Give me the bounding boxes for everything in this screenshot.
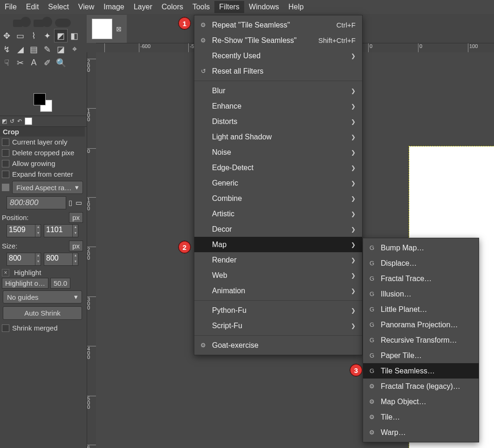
annotation-badge-1: 1	[178, 17, 191, 30]
close-image-icon[interactable]: ⊠	[116, 25, 122, 33]
filters-goat[interactable]: ⚙Goat-exercise	[194, 338, 362, 353]
tool-path[interactable]: ✂	[14, 56, 27, 69]
map-submenu: GBump Map… GDisplace… GFractal Trace… GI…	[363, 238, 479, 442]
opt-expand-from-center[interactable]: Expand from center	[0, 169, 85, 179]
map-warp[interactable]: ⚙Warp…	[363, 425, 479, 440]
opt-allow-growing[interactable]: Allow growing	[0, 158, 85, 169]
menu-filters[interactable]: Filters	[214, 1, 244, 13]
filters-combine[interactable]: Combine❯	[194, 191, 362, 206]
tool-color-picker[interactable]: ✐	[41, 56, 54, 69]
filters-enhance[interactable]: Enhance❯	[194, 98, 362, 114]
map-paper-tile[interactable]: GPaper Tile…	[363, 348, 479, 363]
filters-decor[interactable]: Decor❯	[194, 221, 362, 237]
filters-reshow[interactable]: ⚙Re-Show "Tile Seamless"Shift+Ctrl+F	[194, 33, 362, 48]
menu-file[interactable]: File	[0, 1, 21, 13]
highlight-mode[interactable]: Highlight o…	[2, 278, 48, 289]
position-unit[interactable]: px	[69, 212, 83, 223]
filters-animation[interactable]: Animation❯	[194, 283, 362, 298]
vertical-ruler[interactable]: 2001000100200300400500600	[87, 52, 97, 448]
map-fractal[interactable]: GFractal Trace…	[363, 271, 479, 286]
guides-dropdown[interactable]: No guides▾	[3, 290, 82, 303]
aspect-ratio-input[interactable]: 800:800	[7, 196, 66, 209]
opt-delete-cropped[interactable]: Delete cropped pixe	[0, 147, 85, 158]
map-little-planet[interactable]: GLittle Planet…	[363, 302, 479, 317]
menu-image[interactable]: Image	[99, 1, 129, 13]
fixed-aspect-dropdown[interactable]: Fixed Aspect ra…▾	[12, 181, 83, 194]
wilber-logo	[0, 15, 84, 27]
opt-shrink-merged[interactable]: Shrink merged	[0, 323, 85, 333]
tool-brush[interactable]: ✎	[41, 42, 54, 56]
map-tile-seamless[interactable]: GTile Seamless…	[363, 363, 479, 379]
auto-shrink-button[interactable]: Auto Shrink	[3, 306, 82, 320]
highlight-opacity[interactable]: 50.0	[50, 278, 70, 289]
tab-options-icon[interactable]: ◩	[2, 118, 7, 124]
filters-blur[interactable]: Blur❯	[194, 83, 362, 98]
menu-windows[interactable]: Windows	[244, 1, 284, 13]
tool-fuzzy-select[interactable]: ✦	[41, 29, 54, 42]
filters-web[interactable]: Web❯	[194, 268, 362, 283]
tool-crop[interactable]: ◩	[54, 29, 68, 42]
map-recursive[interactable]: GRecursive Transform…	[363, 332, 479, 348]
opt-current-layer-only[interactable]: Current layer only	[0, 137, 85, 147]
size-unit[interactable]: px	[69, 241, 83, 251]
filters-edge[interactable]: Edge-Detect❯	[194, 160, 362, 175]
highlight-expander-icon[interactable]: ×	[2, 269, 9, 276]
tool-text[interactable]: A	[27, 56, 41, 69]
size-h-input[interactable]: 800▴▾	[44, 253, 78, 266]
tool-clone[interactable]: ⌖	[68, 42, 81, 56]
menu-tools[interactable]: Tools	[188, 1, 214, 13]
tab-history-icon[interactable]: ↶	[17, 118, 22, 124]
tool-warp[interactable]: ↯	[0, 42, 14, 56]
image-tab[interactable]: ⊠	[87, 15, 127, 43]
tab-device-icon[interactable]: ↺	[10, 118, 14, 124]
filters-pythonfu[interactable]: Python-Fu❯	[194, 303, 362, 318]
menu-layer[interactable]: Layer	[129, 1, 157, 13]
tool-free-select[interactable]: ⌇	[27, 29, 41, 42]
menu-colors[interactable]: Colors	[157, 1, 188, 13]
tool-eraser[interactable]: ◪	[54, 42, 68, 56]
filters-repeat[interactable]: ⚙Repeat "Tile Seamless"Ctrl+F	[194, 17, 362, 33]
filters-distorts[interactable]: Distorts❯	[194, 114, 362, 129]
color-swatch[interactable]	[32, 93, 55, 112]
position-label: Position:	[2, 214, 29, 221]
filters-light[interactable]: Light and Shadow❯	[194, 129, 362, 145]
opt-fixed-aspect[interactable]: Fixed Aspect ra…▾	[0, 179, 85, 195]
menu-edit[interactable]: Edit	[21, 1, 44, 13]
tool-bucket[interactable]: ◢	[14, 42, 27, 56]
map-illusion[interactable]: GIllusion…	[363, 286, 479, 302]
map-bump[interactable]: GBump Map…	[363, 240, 479, 255]
chevron-down-icon: ▾	[74, 293, 78, 301]
filters-map[interactable]: Map❯	[194, 237, 362, 252]
tool-transform[interactable]: ◧	[68, 29, 81, 42]
reset-icon: ↺	[199, 68, 207, 75]
orientation-landscape-icon[interactable]: ▭	[75, 199, 83, 207]
menu-view[interactable]: View	[74, 1, 99, 13]
menu-help[interactable]: Help	[284, 1, 309, 13]
annotation-badge-2: 2	[178, 241, 191, 254]
orientation-portrait-icon[interactable]: ▯	[66, 199, 75, 207]
position-y-input[interactable]: 1101▴▾	[44, 224, 78, 237]
filters-artistic[interactable]: Artistic❯	[194, 206, 362, 221]
menu-select[interactable]: Select	[43, 1, 73, 13]
tab-image-icon[interactable]	[25, 117, 32, 125]
filters-recent[interactable]: Recently Used❯	[194, 48, 362, 63]
map-map-object[interactable]: ⚙Map Object…	[363, 394, 479, 409]
tool-gradient[interactable]: ▤	[27, 42, 41, 56]
tool-rect-select[interactable]: ▭	[14, 29, 27, 42]
size-w-input[interactable]: 800▴▾	[7, 253, 41, 266]
map-tile[interactable]: ⚙Tile…	[363, 409, 479, 425]
filters-noise[interactable]: Noise❯	[194, 145, 362, 160]
filters-generic[interactable]: Generic❯	[194, 175, 362, 191]
filters-scriptfu[interactable]: Script-Fu❯	[194, 318, 362, 333]
tool-smudge[interactable]: ☟	[0, 56, 14, 69]
tool-zoom[interactable]: 🔍	[54, 56, 68, 69]
filters-reset[interactable]: ↺Reset all Filters	[194, 63, 362, 79]
opt-highlight[interactable]: ×Highlight	[0, 267, 85, 278]
position-x-input[interactable]: 1509▴▾	[7, 224, 41, 237]
filters-render[interactable]: Render❯	[194, 252, 362, 268]
fg-color[interactable]	[34, 93, 46, 105]
map-panorama[interactable]: GPanorama Projection…	[363, 317, 479, 332]
map-displace[interactable]: GDisplace…	[363, 255, 479, 271]
tool-move[interactable]: ✥	[0, 29, 14, 42]
map-fractal-legacy[interactable]: ⚙Fractal Trace (legacy)…	[363, 379, 479, 394]
